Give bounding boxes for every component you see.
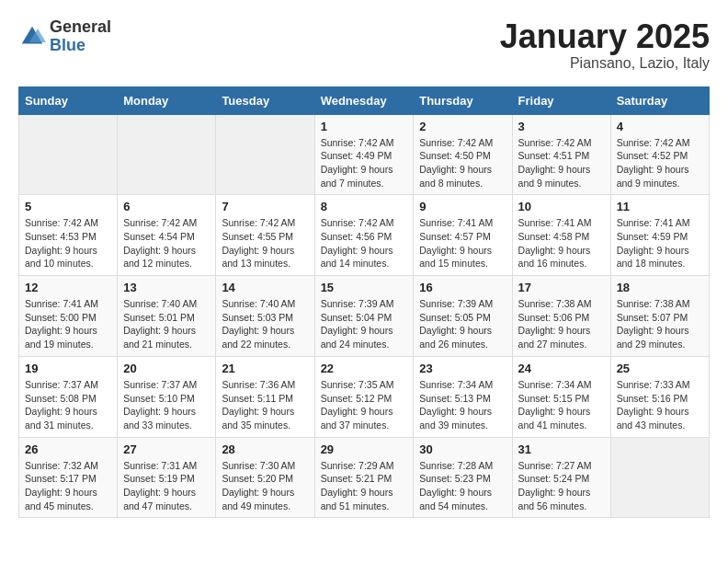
day-info: Sunrise: 7:41 AM Sunset: 4:58 PM Dayligh…	[518, 216, 605, 270]
calendar-week-4: 19Sunrise: 7:37 AM Sunset: 5:08 PM Dayli…	[19, 356, 710, 437]
weekday-header-thursday: Thursday	[414, 86, 512, 114]
calendar-cell: 14Sunrise: 7:40 AM Sunset: 5:03 PM Dayli…	[216, 276, 314, 357]
calendar-cell: 27Sunrise: 7:31 AM Sunset: 5:19 PM Dayli…	[118, 437, 216, 518]
day-number: 27	[123, 442, 210, 456]
calendar-cell: 7Sunrise: 7:42 AM Sunset: 4:55 PM Daylig…	[216, 195, 314, 276]
day-info: Sunrise: 7:41 AM Sunset: 4:57 PM Dayligh…	[419, 216, 506, 270]
logo-icon	[18, 23, 46, 51]
day-number: 24	[518, 362, 605, 375]
month-title: January 2025	[500, 18, 710, 55]
calendar-cell	[216, 114, 314, 195]
day-info: Sunrise: 7:42 AM Sunset: 4:49 PM Dayligh…	[321, 136, 408, 190]
calendar-cell: 3Sunrise: 7:42 AM Sunset: 4:51 PM Daylig…	[512, 114, 610, 195]
calendar-cell: 20Sunrise: 7:37 AM Sunset: 5:10 PM Dayli…	[118, 356, 216, 437]
day-info: Sunrise: 7:42 AM Sunset: 4:52 PM Dayligh…	[617, 136, 703, 190]
day-info: Sunrise: 7:40 AM Sunset: 5:01 PM Dayligh…	[123, 297, 210, 351]
day-info: Sunrise: 7:40 AM Sunset: 5:03 PM Dayligh…	[222, 297, 308, 351]
day-number: 4	[617, 120, 703, 133]
day-info: Sunrise: 7:37 AM Sunset: 5:08 PM Dayligh…	[25, 378, 111, 432]
calendar-cell: 21Sunrise: 7:36 AM Sunset: 5:11 PM Dayli…	[216, 356, 314, 437]
day-number: 6	[123, 200, 210, 213]
location-title: Piansano, Lazio, Italy	[500, 55, 710, 72]
calendar-cell: 16Sunrise: 7:39 AM Sunset: 5:05 PM Dayli…	[414, 276, 512, 357]
day-number: 31	[518, 442, 605, 456]
calendar-header: SundayMondayTuesdayWednesdayThursdayFrid…	[19, 86, 710, 114]
day-number: 19	[25, 362, 111, 375]
day-info: Sunrise: 7:38 AM Sunset: 5:07 PM Dayligh…	[617, 297, 703, 351]
calendar-week-3: 12Sunrise: 7:41 AM Sunset: 5:00 PM Dayli…	[19, 276, 710, 357]
weekday-header-sunday: Sunday	[19, 86, 118, 114]
day-number: 16	[419, 281, 506, 294]
logo-text: General Blue	[50, 18, 111, 55]
day-number: 22	[321, 362, 408, 375]
weekday-header-row: SundayMondayTuesdayWednesdayThursdayFrid…	[19, 86, 710, 114]
weekday-header-tuesday: Tuesday	[216, 86, 314, 114]
day-info: Sunrise: 7:35 AM Sunset: 5:12 PM Dayligh…	[321, 378, 408, 432]
calendar-cell: 22Sunrise: 7:35 AM Sunset: 5:12 PM Dayli…	[314, 356, 414, 437]
day-info: Sunrise: 7:37 AM Sunset: 5:10 PM Dayligh…	[123, 378, 210, 432]
day-info: Sunrise: 7:42 AM Sunset: 4:53 PM Dayligh…	[25, 216, 111, 270]
weekday-header-wednesday: Wednesday	[314, 86, 414, 114]
calendar-cell: 6Sunrise: 7:42 AM Sunset: 4:54 PM Daylig…	[118, 195, 216, 276]
calendar-cell: 25Sunrise: 7:33 AM Sunset: 5:16 PM Dayli…	[610, 356, 709, 437]
day-number: 15	[321, 281, 408, 294]
calendar-cell: 12Sunrise: 7:41 AM Sunset: 5:00 PM Dayli…	[19, 276, 118, 357]
day-number: 1	[321, 120, 408, 133]
day-info: Sunrise: 7:29 AM Sunset: 5:21 PM Dayligh…	[321, 459, 408, 513]
calendar-cell	[118, 114, 216, 195]
calendar-cell: 28Sunrise: 7:30 AM Sunset: 5:20 PM Dayli…	[216, 437, 314, 518]
calendar-cell: 19Sunrise: 7:37 AM Sunset: 5:08 PM Dayli…	[19, 356, 118, 437]
day-number: 8	[321, 200, 408, 213]
day-info: Sunrise: 7:42 AM Sunset: 4:51 PM Dayligh…	[518, 136, 605, 190]
calendar-cell: 8Sunrise: 7:42 AM Sunset: 4:56 PM Daylig…	[314, 195, 414, 276]
calendar-week-1: 1Sunrise: 7:42 AM Sunset: 4:49 PM Daylig…	[19, 114, 710, 195]
calendar-cell: 9Sunrise: 7:41 AM Sunset: 4:57 PM Daylig…	[414, 195, 512, 276]
day-number: 7	[222, 200, 308, 213]
weekday-header-monday: Monday	[118, 86, 216, 114]
calendar-cell: 15Sunrise: 7:39 AM Sunset: 5:04 PM Dayli…	[314, 276, 414, 357]
day-number: 3	[518, 120, 605, 133]
calendar-cell: 29Sunrise: 7:29 AM Sunset: 5:21 PM Dayli…	[314, 437, 414, 518]
day-number: 9	[419, 200, 506, 213]
calendar-cell: 31Sunrise: 7:27 AM Sunset: 5:24 PM Dayli…	[512, 437, 610, 518]
day-number: 2	[419, 120, 506, 133]
calendar-cell: 24Sunrise: 7:34 AM Sunset: 5:15 PM Dayli…	[512, 356, 610, 437]
logo-blue: Blue	[50, 37, 111, 55]
day-number: 11	[617, 200, 703, 213]
calendar-week-2: 5Sunrise: 7:42 AM Sunset: 4:53 PM Daylig…	[19, 195, 710, 276]
calendar-cell: 4Sunrise: 7:42 AM Sunset: 4:52 PM Daylig…	[610, 114, 709, 195]
day-number: 23	[419, 362, 506, 375]
day-info: Sunrise: 7:39 AM Sunset: 5:04 PM Dayligh…	[321, 297, 408, 351]
day-info: Sunrise: 7:42 AM Sunset: 4:55 PM Dayligh…	[222, 216, 308, 270]
calendar-cell: 5Sunrise: 7:42 AM Sunset: 4:53 PM Daylig…	[19, 195, 118, 276]
day-number: 29	[321, 442, 408, 456]
calendar-cell	[19, 114, 118, 195]
calendar-cell: 13Sunrise: 7:40 AM Sunset: 5:01 PM Dayli…	[118, 276, 216, 357]
day-number: 20	[123, 362, 210, 375]
calendar-cell: 1Sunrise: 7:42 AM Sunset: 4:49 PM Daylig…	[314, 114, 414, 195]
day-info: Sunrise: 7:39 AM Sunset: 5:05 PM Dayligh…	[419, 297, 506, 351]
day-info: Sunrise: 7:36 AM Sunset: 5:11 PM Dayligh…	[222, 378, 308, 432]
day-number: 5	[25, 200, 111, 213]
day-number: 14	[222, 281, 308, 294]
calendar-cell: 18Sunrise: 7:38 AM Sunset: 5:07 PM Dayli…	[610, 276, 709, 357]
day-number: 28	[222, 442, 308, 456]
day-number: 30	[419, 442, 506, 456]
calendar-cell: 23Sunrise: 7:34 AM Sunset: 5:13 PM Dayli…	[414, 356, 512, 437]
calendar-cell: 30Sunrise: 7:28 AM Sunset: 5:23 PM Dayli…	[414, 437, 512, 518]
calendar-cell: 2Sunrise: 7:42 AM Sunset: 4:50 PM Daylig…	[414, 114, 512, 195]
day-info: Sunrise: 7:41 AM Sunset: 4:59 PM Dayligh…	[617, 216, 703, 270]
day-info: Sunrise: 7:32 AM Sunset: 5:17 PM Dayligh…	[25, 459, 111, 513]
weekday-header-friday: Friday	[512, 86, 610, 114]
day-info: Sunrise: 7:33 AM Sunset: 5:16 PM Dayligh…	[617, 378, 703, 432]
day-info: Sunrise: 7:42 AM Sunset: 4:54 PM Dayligh…	[123, 216, 210, 270]
day-info: Sunrise: 7:31 AM Sunset: 5:19 PM Dayligh…	[123, 459, 210, 513]
day-info: Sunrise: 7:42 AM Sunset: 4:56 PM Dayligh…	[321, 216, 408, 270]
calendar-week-5: 26Sunrise: 7:32 AM Sunset: 5:17 PM Dayli…	[19, 437, 710, 518]
day-info: Sunrise: 7:34 AM Sunset: 5:15 PM Dayligh…	[518, 378, 605, 432]
calendar-cell: 10Sunrise: 7:41 AM Sunset: 4:58 PM Dayli…	[512, 195, 610, 276]
page-header: General Blue January 2025 Piansano, Lazi…	[18, 18, 710, 72]
logo: General Blue	[18, 18, 111, 55]
day-number: 10	[518, 200, 605, 213]
day-number: 25	[617, 362, 703, 375]
